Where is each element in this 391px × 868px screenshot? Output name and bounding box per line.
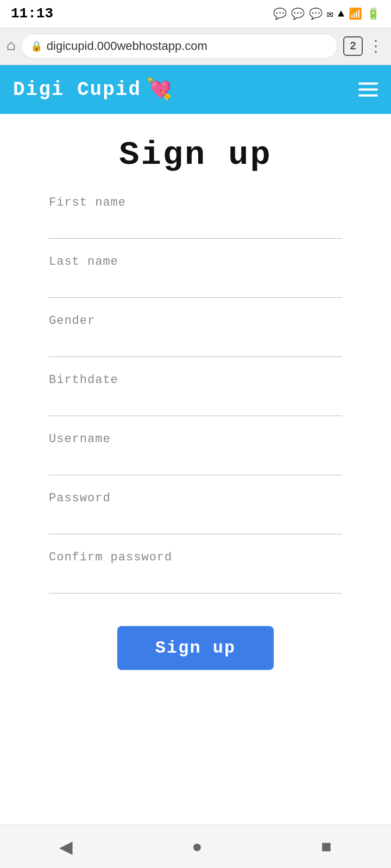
url-text: digicupid.000webhostapp.com — [47, 39, 207, 53]
gender-label: Gender — [49, 314, 342, 328]
last-name-input[interactable] — [49, 273, 342, 298]
app-header: Digi Cupid 💘 — [0, 65, 391, 114]
gmail-icon: ✉ — [327, 7, 333, 21]
first-name-label: First name — [49, 196, 342, 209]
signal-icon: 📶 — [349, 7, 362, 21]
status-bar: 11:13 💬 💬 💬 ✉ ▲ 📶 🔋 — [0, 0, 391, 27]
home-button[interactable]: ● — [192, 837, 202, 857]
username-label: Username — [49, 432, 342, 446]
password-field: Password — [49, 492, 342, 534]
hamburger-line-1 — [358, 82, 378, 85]
app-logo-icon: 💘 — [147, 77, 172, 102]
wifi-icon: ▲ — [338, 8, 344, 20]
gender-input[interactable] — [49, 332, 342, 357]
back-button[interactable]: ◀ — [59, 837, 73, 857]
messenger3-icon: 💬 — [309, 7, 323, 21]
username-field: Username — [49, 432, 342, 475]
status-icons: 💬 💬 💬 ✉ ▲ 📶 🔋 — [273, 7, 380, 21]
username-input[interactable] — [49, 450, 342, 475]
confirm-password-field: Confirm password — [49, 551, 342, 593]
tab-count[interactable]: 2 — [343, 36, 363, 56]
recent-button[interactable]: ■ — [321, 837, 331, 857]
browser-menu-icon[interactable]: ⋮ — [368, 37, 384, 55]
app-title: Digi Cupid — [13, 79, 141, 101]
birthdate-field: Birthdate — [49, 373, 342, 416]
signup-button[interactable]: Sign up — [117, 626, 274, 670]
main-content: Sign up First name Last name Gender Birt… — [0, 114, 391, 825]
messenger-icon: 💬 — [273, 7, 287, 21]
home-icon[interactable]: ⌂ — [7, 37, 16, 54]
first-name-input[interactable] — [49, 214, 342, 239]
status-time: 11:13 — [11, 5, 53, 22]
password-input[interactable] — [49, 509, 342, 534]
gender-field: Gender — [49, 314, 342, 357]
signup-form: First name Last name Gender Birthdate Us… — [49, 196, 342, 670]
birthdate-input[interactable] — [49, 391, 342, 416]
bottom-nav: ◀ ● ■ — [0, 825, 391, 868]
lock-icon: 🔒 — [30, 40, 42, 52]
url-bar[interactable]: 🔒 digicupid.000webhostapp.com — [21, 34, 338, 59]
app-title-area: Digi Cupid 💘 — [13, 77, 172, 102]
hamburger-menu-button[interactable] — [358, 82, 378, 97]
confirm-password-label: Confirm password — [49, 551, 342, 564]
battery-icon: 🔋 — [367, 7, 380, 21]
page-title: Sign up — [119, 136, 272, 174]
messenger2-icon: 💬 — [291, 7, 305, 21]
hamburger-line-3 — [358, 94, 378, 97]
birthdate-label: Birthdate — [49, 373, 342, 387]
last-name-field: Last name — [49, 255, 342, 298]
first-name-field: First name — [49, 196, 342, 239]
password-label: Password — [49, 492, 342, 505]
last-name-label: Last name — [49, 255, 342, 269]
confirm-password-input[interactable] — [49, 569, 342, 593]
hamburger-line-2 — [358, 88, 378, 91]
browser-bar: ⌂ 🔒 digicupid.000webhostapp.com 2 ⋮ — [0, 27, 391, 65]
